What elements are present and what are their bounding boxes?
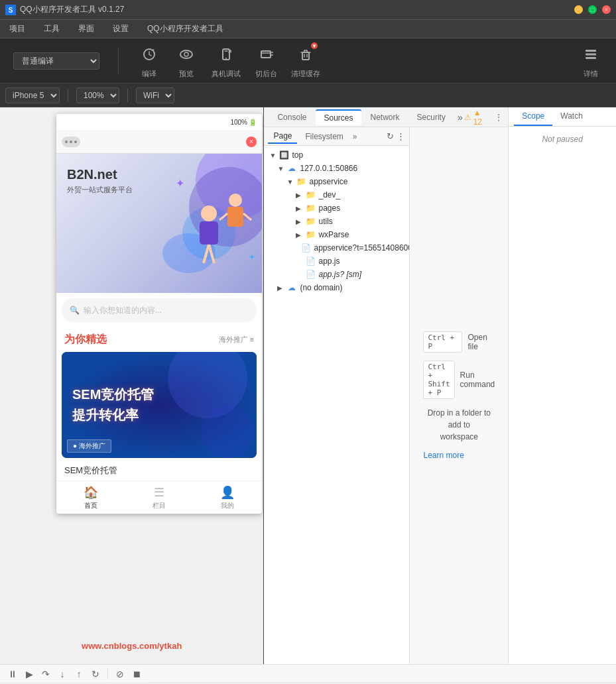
step-over-button[interactable]: ↷ — [38, 667, 53, 681]
tree-item-app-js[interactable]: ▶ 📄 app.js — [264, 255, 409, 268]
sub-tab-filesystem[interactable]: Filesystem — [300, 130, 348, 143]
scope-watch-tabs: Scope Watch — [509, 107, 616, 127]
section-right: 海外推广 ≡ — [219, 335, 254, 345]
clear-cache-button[interactable]: ▼ — [294, 42, 318, 66]
phone-nav-dots[interactable] — [62, 137, 80, 147]
devtools-menu-button[interactable]: ⋮ — [495, 113, 503, 122]
learn-more-link[interactable]: Learn more — [423, 451, 495, 460]
devtools-more-button[interactable]: » — [458, 112, 463, 123]
banner-line-1: SEM竞价托管 — [72, 386, 246, 404]
phone-hero: B2N.net 外贸一站式服务平台 — [56, 154, 262, 293]
shortcut-key-2: Ctrl + Shift + P — [423, 361, 454, 399]
tree-item-utils[interactable]: ▶ 📁 utils — [264, 215, 409, 228]
tree-item-pages[interactable]: ▶ 📁 pages — [264, 201, 409, 215]
preview-group: 预览 — [174, 42, 198, 79]
folder-icon-appservice: 📁 — [296, 176, 306, 187]
nav-dot-3 — [74, 141, 77, 143]
tree-item-top[interactable]: ▼ 🔲 top — [264, 148, 409, 162]
real-device-button[interactable] — [214, 42, 238, 66]
tab-security[interactable]: Security — [409, 110, 454, 125]
folder-icon-pages: 📁 — [305, 203, 316, 213]
sources-action-sync[interactable]: ↻ — [387, 131, 394, 141]
svg-point-18 — [229, 194, 242, 207]
menu-item-project[interactable]: 项目 — [5, 21, 29, 37]
tab-console[interactable]: Console — [269, 110, 314, 125]
details-button[interactable] — [579, 42, 603, 66]
svg-rect-7 — [261, 51, 271, 58]
appservice-label: appservice — [309, 177, 347, 186]
tree-item-server[interactable]: ▼ ☁ 127.0.0.1:50866 — [264, 162, 409, 175]
banner-line-2: 提升转化率 — [72, 406, 246, 424]
deactivate-breakpoints-button[interactable]: ⊘ — [113, 667, 127, 681]
pause-button[interactable]: ⏸ — [5, 667, 20, 681]
resume-button[interactable]: ▶ — [22, 667, 36, 681]
step-button[interactable]: ↻ — [88, 667, 103, 681]
sub-tab-page[interactable]: Page — [268, 129, 297, 144]
folder-icon-wxparse: 📁 — [305, 229, 316, 240]
close-button[interactable]: × — [602, 5, 611, 14]
tab-network[interactable]: Network — [363, 110, 408, 125]
phone-frame: 100% 🔋 × B2N.net 外贸一站 — [56, 114, 262, 514]
phone-tab-columns[interactable]: ☰ 栏目 — [153, 485, 166, 510]
svg-rect-8 — [302, 52, 309, 60]
utils-label: utils — [318, 217, 332, 226]
step-into-button[interactable]: ↓ — [55, 667, 70, 681]
tree-item-app-js-sm[interactable]: ▶ 📄 app.js? [sm] — [264, 268, 409, 281]
menu-item-view[interactable]: 界面 — [74, 21, 98, 37]
scope-content: Not paused — [509, 127, 616, 152]
tree-item-wxparse[interactable]: ▶ 📁 wxParse — [264, 228, 409, 241]
columns-label: 栏目 — [153, 501, 166, 510]
devtools-panel: Console Sources Network Security » ⚠ ▲ 1… — [264, 107, 508, 664]
minimize-button[interactable]: − — [574, 5, 583, 14]
columns-icon: ☰ — [154, 485, 164, 500]
compiler-select[interactable]: 普通编译 — [13, 52, 99, 70]
preview-button[interactable] — [174, 42, 198, 66]
svg-rect-15 — [200, 221, 218, 245]
network-select[interactable]: WiFi — [136, 87, 174, 103]
nav-dot-1 — [65, 141, 68, 143]
tree-item-appservice-file[interactable]: ▶ 📄 appservice?t=156514086009 — [264, 241, 409, 255]
zoom-select[interactable]: 100% — [76, 87, 119, 103]
sources-action-menu[interactable]: ⋮ — [397, 131, 405, 141]
phone-search[interactable]: 🔍 输入你想知道的内容... — [62, 298, 257, 322]
no-domain-label: (no domain) — [300, 283, 342, 292]
file-icon-appservice: 📄 — [301, 243, 311, 253]
shortcut-desc-1: Open file — [467, 333, 495, 351]
sources-right: Ctrl + P Open file Ctrl + Shift + P Run … — [410, 127, 508, 664]
clear-cache-group: ▼ 清理缓存 — [291, 42, 320, 79]
banner-tag: ● 海外推广 — [67, 439, 111, 453]
tab-sources[interactable]: Sources — [316, 109, 361, 125]
tree-item-no-domain[interactable]: ▶ ☁ (no domain) — [264, 281, 409, 294]
svg-point-3 — [180, 50, 192, 58]
real-device-label: 真机调试 — [212, 69, 241, 79]
menu-item-tools[interactable]: 工具 — [40, 21, 64, 37]
phone-close-button[interactable]: × — [246, 137, 257, 147]
arrow-server: ▼ — [277, 165, 286, 172]
phone-tab-mine[interactable]: 👤 我的 — [220, 485, 235, 510]
cutbg-button[interactable] — [254, 42, 278, 66]
debugger-separator-1 — [107, 669, 108, 679]
cloud-icon: ☁ — [286, 163, 297, 174]
tab-scope[interactable]: Scope — [514, 107, 552, 126]
device-select[interactable]: iPhone 5 — [5, 87, 60, 103]
compile-button[interactable] — [137, 42, 161, 66]
step-out-button[interactable]: ↑ — [72, 667, 86, 681]
details-group: 详情 — [579, 42, 603, 79]
home-icon: 🏠 — [84, 485, 98, 500]
maximize-button[interactable]: □ — [588, 5, 597, 14]
device-bar: iPhone 5 100% WiFi — [0, 84, 616, 107]
tab-watch[interactable]: Watch — [552, 107, 591, 126]
file-icon-appjssm: 📄 — [305, 269, 316, 280]
phone-tab-home[interactable]: 🏠 首页 — [84, 485, 98, 510]
menu-item-settings[interactable]: 设置 — [109, 21, 133, 37]
toolbar: 普通编译 编译 预览 真机调 — [0, 38, 616, 84]
pause-on-exceptions-button[interactable]: ⏹ — [129, 667, 144, 681]
window-controls: − □ × — [574, 5, 611, 14]
tree-item-appservice[interactable]: ▼ 📁 appservice — [264, 175, 409, 188]
app-js-label: app.js — [318, 256, 339, 266]
menu-item-qq[interactable]: QQ小程序开发者工具 — [143, 21, 227, 37]
sources-sub-more[interactable]: » — [353, 132, 357, 141]
compiler-group: 普通编译 — [13, 52, 99, 70]
tree-item-dev[interactable]: ▶ 📁 _dev_ — [264, 188, 409, 201]
cutbg-label: 切后台 — [255, 69, 277, 79]
